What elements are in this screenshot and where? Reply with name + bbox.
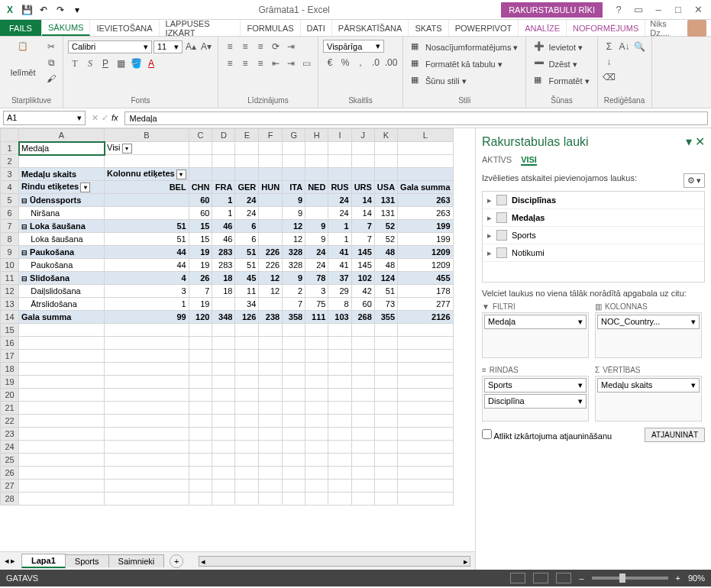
cell[interactable] bbox=[105, 428, 189, 441]
field-item[interactable]: ▸Medaļas bbox=[483, 209, 704, 227]
number-format-select[interactable]: Vispārīga▾ bbox=[323, 40, 384, 53]
font-size-select[interactable]: 11▾ bbox=[154, 40, 183, 53]
cell[interactable] bbox=[305, 441, 328, 454]
cell[interactable] bbox=[189, 480, 212, 493]
zoom-out-icon[interactable]: – bbox=[579, 573, 583, 583]
cell[interactable] bbox=[235, 493, 259, 506]
cell[interactable]: 51 bbox=[235, 246, 259, 259]
tab-pagelayout[interactable]: LAPPUSES IZKĀRT bbox=[160, 20, 241, 36]
cell[interactable] bbox=[398, 142, 453, 155]
cell[interactable] bbox=[351, 155, 374, 168]
cell[interactable] bbox=[105, 389, 189, 402]
expand-icon[interactable]: ⊟ bbox=[21, 197, 27, 205]
tab-home[interactable]: SĀKUMS bbox=[42, 20, 90, 36]
clear-icon[interactable]: ⌫ bbox=[603, 70, 616, 84]
view-pagelayout-icon[interactable] bbox=[533, 573, 548, 583]
cell[interactable]: 1209 bbox=[398, 246, 453, 259]
zone-item[interactable]: NOC_Country...▾ bbox=[597, 315, 700, 329]
zone-values[interactable]: ΣVĒRTĪBAS Medaļu skaits▾ bbox=[595, 364, 702, 422]
cell[interactable] bbox=[351, 142, 374, 155]
cell[interactable] bbox=[328, 350, 351, 363]
cell[interactable] bbox=[19, 428, 105, 441]
cell[interactable] bbox=[328, 415, 351, 428]
percent-icon[interactable]: % bbox=[338, 56, 352, 69]
insert-cells-button[interactable]: ➕Ievietot ▾ bbox=[531, 40, 592, 55]
cell[interactable] bbox=[398, 350, 453, 363]
sheet-prev-icon[interactable]: ◂ bbox=[5, 556, 9, 566]
cell[interactable]: 19 bbox=[189, 298, 212, 311]
cell[interactable]: 46 bbox=[212, 220, 235, 233]
cell[interactable] bbox=[398, 324, 453, 337]
cell[interactable] bbox=[283, 350, 305, 363]
cell[interactable] bbox=[235, 155, 259, 168]
cell[interactable]: 2 bbox=[283, 285, 305, 298]
align-right-icon[interactable]: ≡ bbox=[254, 57, 267, 70]
cell[interactable]: 263 bbox=[398, 194, 453, 207]
cell[interactable] bbox=[105, 493, 189, 506]
cell[interactable]: 12 bbox=[259, 285, 283, 298]
enter-formula-icon[interactable]: ✓ bbox=[102, 113, 108, 123]
copy-icon[interactable]: ⧉ bbox=[44, 56, 58, 69]
cell[interactable]: 78 bbox=[305, 272, 328, 285]
cell[interactable]: 24 bbox=[235, 207, 259, 220]
cell[interactable]: ⊟ Ūdenssports bbox=[19, 194, 105, 207]
cell[interactable] bbox=[398, 168, 453, 181]
cell[interactable]: 14 bbox=[351, 194, 374, 207]
cell[interactable] bbox=[259, 168, 283, 181]
cell[interactable] bbox=[283, 441, 305, 454]
cell[interactable]: 199 bbox=[398, 220, 453, 233]
col-header[interactable]: K bbox=[374, 129, 397, 142]
cell[interactable] bbox=[374, 441, 397, 454]
cell[interactable]: 45 bbox=[235, 272, 259, 285]
cell[interactable] bbox=[212, 376, 235, 389]
align-center-icon[interactable]: ≡ bbox=[238, 57, 252, 70]
cell[interactable]: 328 bbox=[283, 259, 305, 272]
cell[interactable] bbox=[189, 467, 212, 480]
horizontal-scrollbar[interactable]: ◂ ▸ bbox=[199, 556, 470, 567]
expand-icon[interactable]: ▸ bbox=[487, 213, 492, 223]
cell[interactable]: 9 bbox=[305, 233, 328, 246]
cell[interactable]: 268 bbox=[351, 311, 374, 324]
cell[interactable]: 103 bbox=[328, 311, 351, 324]
row-header[interactable]: 13 bbox=[1, 298, 19, 311]
cell[interactable]: 226 bbox=[259, 246, 283, 259]
cell[interactable] bbox=[328, 441, 351, 454]
cell[interactable] bbox=[398, 337, 453, 350]
bold-icon[interactable]: T bbox=[68, 57, 82, 70]
cell[interactable] bbox=[259, 389, 283, 402]
cell[interactable] bbox=[351, 428, 374, 441]
cell[interactable]: 348 bbox=[212, 311, 235, 324]
cell[interactable] bbox=[328, 155, 351, 168]
cell[interactable]: 41 bbox=[328, 259, 351, 272]
cell[interactable]: 3 bbox=[305, 285, 328, 298]
cell[interactable]: 11 bbox=[235, 285, 259, 298]
col-header[interactable]: J bbox=[351, 129, 374, 142]
undo-icon[interactable]: ↶ bbox=[37, 3, 50, 17]
cell[interactable] bbox=[374, 168, 397, 181]
zone-item[interactable]: Medaļu skaits▾ bbox=[597, 378, 700, 393]
field-item[interactable]: ▸Disciplīnas bbox=[483, 192, 704, 209]
cell[interactable] bbox=[328, 402, 351, 415]
cell[interactable] bbox=[235, 480, 259, 493]
cell[interactable] bbox=[351, 415, 374, 428]
cell[interactable] bbox=[212, 493, 235, 506]
col-header[interactable]: G bbox=[283, 129, 305, 142]
close-icon[interactable]: ✕ bbox=[690, 3, 706, 17]
cell[interactable]: Medaļa bbox=[19, 142, 105, 155]
cell[interactable] bbox=[374, 142, 397, 155]
cell[interactable] bbox=[235, 337, 259, 350]
cell[interactable]: 52 bbox=[374, 220, 397, 233]
decrease-indent-icon[interactable]: ⇤ bbox=[269, 57, 283, 70]
font-color-icon[interactable]: A bbox=[144, 57, 158, 70]
sheet-next-icon[interactable]: ▸ bbox=[11, 556, 15, 566]
row-header[interactable]: 20 bbox=[1, 389, 19, 402]
zone-item[interactable]: Sports▾ bbox=[484, 378, 587, 393]
align-bottom-icon[interactable]: ≡ bbox=[254, 40, 267, 53]
cell[interactable] bbox=[283, 337, 305, 350]
cell[interactable] bbox=[305, 480, 328, 493]
update-button[interactable]: ATJAUNINĀT bbox=[645, 428, 705, 442]
row-header[interactable]: 1 bbox=[1, 142, 19, 155]
row-header[interactable]: 10 bbox=[1, 259, 19, 272]
cell[interactable]: 46 bbox=[212, 233, 235, 246]
row-header[interactable]: 19 bbox=[1, 376, 19, 389]
